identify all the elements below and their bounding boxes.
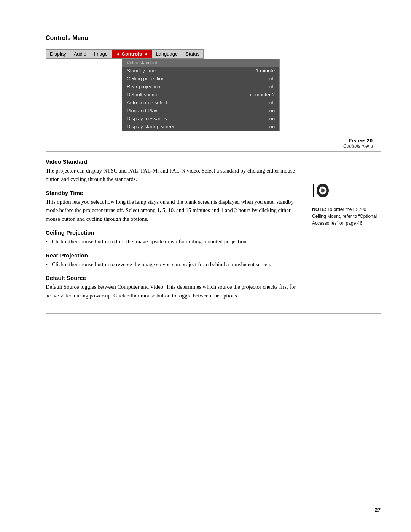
- body-text-default-source: Default Source toggles between Computer …: [46, 283, 297, 300]
- dropdown-menu: Video standard Standby time 1 minute Cei…: [122, 59, 280, 131]
- top-rule: [46, 23, 381, 23]
- menu-item-language[interactable]: Language: [152, 50, 182, 58]
- body-text-video-standard: The projector can display NTSC and PAL, …: [46, 166, 297, 184]
- menu-item-display[interactable]: Display: [46, 50, 70, 58]
- menu-item-status[interactable]: Status: [182, 50, 203, 58]
- row-value-rear: off: [269, 84, 275, 89]
- row-label-standby: Standby time: [127, 68, 156, 73]
- dropdown-header: Video standard: [122, 59, 279, 67]
- subsection-title-video-standard: Video Standard: [46, 158, 297, 165]
- sidebar-dots-divider: [312, 203, 362, 203]
- sidebar-note: NOTE: To order the LS700 Ceiling Mount, …: [312, 206, 381, 227]
- row-label-default-source: Default source: [127, 92, 159, 97]
- content-wrapper: Video Standard The projector can display…: [46, 158, 381, 306]
- section-title: Controls Menu: [46, 35, 381, 42]
- subsection-title-standby-time: Standby Time: [46, 190, 297, 196]
- row-value-default-source: computer 2: [250, 92, 275, 97]
- mid-rule: [46, 151, 381, 152]
- row-label-plug-play: Plug and Play: [127, 108, 157, 113]
- figure-label: Figure 20: [46, 138, 373, 144]
- list-item[interactable]: Plug and Play on: [122, 107, 279, 115]
- body-text-standby-time: This option lets you select how long the…: [46, 198, 297, 223]
- note-label: NOTE:: [312, 207, 326, 212]
- bullet-item-ceiling: Click either mouse button to turn the im…: [46, 237, 297, 246]
- list-item[interactable]: Rear projection off: [122, 83, 279, 91]
- bullet-item-rear: Click either mouse button to reverse the…: [46, 260, 297, 268]
- list-item[interactable]: Display startup screen on: [122, 123, 279, 131]
- main-content: Video Standard The projector can display…: [46, 158, 312, 306]
- row-label-ceiling: Ceiling projection: [127, 76, 165, 81]
- row-value-plug-play: on: [269, 108, 275, 113]
- list-item[interactable]: Default source computer 2: [122, 91, 279, 99]
- subsection-title-ceiling-projection: Ceiling Projection: [46, 229, 297, 236]
- list-item[interactable]: Display messages on: [122, 115, 279, 123]
- menu-bar: Display Audio Image ◄ Controls ◄ Languag…: [46, 49, 204, 59]
- list-item[interactable]: Standby time 1 minute: [122, 67, 279, 75]
- svg-rect-0: [313, 184, 314, 197]
- projector-icon: [312, 181, 330, 200]
- menu-item-image[interactable]: Image: [90, 50, 112, 58]
- svg-point-4: [321, 188, 322, 190]
- row-label-auto-source: Auto source select: [127, 100, 167, 105]
- page-number: 27: [374, 507, 381, 513]
- menu-item-controls[interactable]: ◄ Controls ◄: [112, 50, 152, 58]
- row-value-standby: 1 minute: [256, 68, 275, 73]
- sidebar-content: NOTE: To order the LS700 Ceiling Mount, …: [312, 158, 381, 306]
- figure-area: Figure 20 Controls menu: [46, 138, 381, 149]
- subsection-title-default-source: Default Source: [46, 275, 297, 281]
- menu-screenshot: Display Audio Image ◄ Controls ◄ Languag…: [46, 49, 204, 131]
- figure-caption: Controls menu: [46, 144, 373, 149]
- row-value-startup-screen: on: [269, 124, 275, 129]
- row-label-display-messages: Display messages: [127, 116, 167, 121]
- menu-item-audio[interactable]: Audio: [70, 50, 90, 58]
- page-container: Controls Menu Display Audio Image ◄ Cont…: [0, 0, 411, 532]
- bottom-rule: [46, 313, 381, 314]
- row-label-startup-screen: Display startup screen: [127, 124, 176, 129]
- list-item[interactable]: Auto source select off: [122, 99, 279, 107]
- sidebar-icon-area: NOTE: To order the LS700 Ceiling Mount, …: [312, 181, 381, 227]
- row-value-ceiling: off: [269, 76, 275, 81]
- row-label-rear: Rear projection: [127, 84, 160, 89]
- row-value-display-messages: on: [269, 116, 275, 121]
- subsection-title-rear-projection: Rear Projection: [46, 252, 297, 259]
- list-item[interactable]: Ceiling projection off: [122, 75, 279, 83]
- row-value-auto-source: off: [269, 100, 275, 105]
